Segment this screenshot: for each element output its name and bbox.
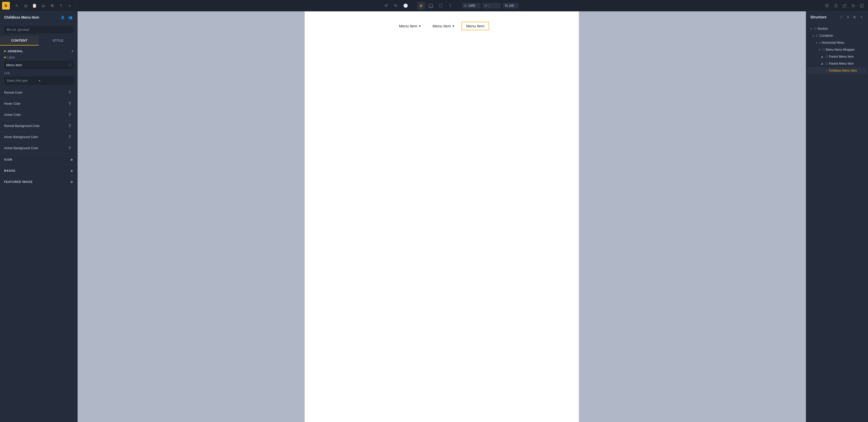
redo-btn[interactable]: ↻ bbox=[392, 2, 400, 9]
svg-rect-2 bbox=[450, 4, 451, 7]
add-tool-btn[interactable]: + bbox=[66, 2, 73, 9]
tree-item-childless[interactable]: ··· Childless Menu Item bbox=[807, 67, 867, 74]
tree-item-container[interactable]: ▾ ☐ Container bbox=[807, 32, 867, 39]
label-input[interactable] bbox=[6, 63, 68, 67]
general-chevron: ▾ bbox=[72, 50, 73, 53]
target-tool-btn[interactable]: ◎ bbox=[22, 2, 30, 9]
hover-bg-color-label: Hover Background Color bbox=[4, 135, 38, 139]
preview-btn[interactable] bbox=[849, 2, 857, 9]
link-field-group: Link Select link type ▾ bbox=[0, 71, 78, 87]
p1-icon: ☐ bbox=[825, 55, 828, 59]
tab-content[interactable]: CONTENT bbox=[0, 36, 39, 45]
miw-label: Menu Items Wrapper bbox=[826, 48, 865, 52]
clipboard-tool-btn[interactable]: 📋 bbox=[31, 2, 38, 9]
miw-chevron: ▾ bbox=[817, 48, 821, 51]
label-field-group: Label ⬡ bbox=[0, 56, 78, 71]
general-dot bbox=[4, 51, 6, 52]
panel-user-icon[interactable]: 👥 bbox=[67, 14, 73, 20]
container-icon: ☐ bbox=[816, 34, 818, 37]
svg-point-5 bbox=[853, 5, 854, 6]
layers-btn[interactable] bbox=[823, 2, 831, 9]
panel-btn[interactable] bbox=[858, 2, 866, 9]
help-tool-btn[interactable]: ? bbox=[57, 2, 65, 9]
section-label: Section bbox=[817, 27, 865, 31]
tab-style[interactable]: STYLE bbox=[39, 36, 78, 45]
menu-item-1-label: Menu Item bbox=[399, 24, 417, 28]
zoom-input[interactable] bbox=[509, 4, 517, 7]
badge-section-row[interactable]: BADGE ▶ bbox=[0, 165, 78, 176]
general-label: GENERAL bbox=[8, 50, 23, 53]
structure-icon-3[interactable]: 🗑 bbox=[852, 14, 857, 20]
hover-bg-color-btn[interactable] bbox=[66, 134, 73, 140]
toolbar-center: ↺ ↻ 🕐 🖥 W H % bbox=[79, 2, 822, 9]
tree-item-parent-2[interactable]: ▶ ☐ Parent Menu Item bbox=[807, 60, 867, 67]
panel-header: Childless Menu Item 👤 👥 bbox=[0, 11, 78, 24]
link-select[interactable]: Select link type ▾ bbox=[4, 76, 73, 85]
active-bg-color-btn[interactable] bbox=[66, 145, 73, 152]
toolbar-right bbox=[823, 2, 866, 9]
undo-btn[interactable]: ↺ bbox=[382, 2, 390, 9]
svg-point-3 bbox=[834, 4, 837, 7]
menu-item-2-label: Menu Item bbox=[433, 24, 451, 28]
external-btn[interactable] bbox=[841, 2, 848, 9]
mobile-btn[interactable] bbox=[447, 2, 455, 9]
p2-label: Parent Menu Item bbox=[829, 62, 865, 65]
structure-icon-2[interactable]: ⬇ bbox=[845, 14, 850, 20]
label-field-text: Label bbox=[7, 56, 15, 59]
svg-point-12 bbox=[69, 147, 70, 148]
svg-point-10 bbox=[69, 125, 70, 125]
history-btn[interactable]: 🕐 bbox=[402, 2, 410, 9]
structure-icon-4[interactable]: ✕ bbox=[859, 14, 864, 20]
active-color-btn[interactable] bbox=[66, 111, 73, 118]
icon-section-row[interactable]: ICON ▶ bbox=[0, 154, 78, 165]
width-label: W bbox=[464, 4, 467, 7]
structure-title: Structure bbox=[810, 15, 826, 19]
hm-chevron: ▾ bbox=[814, 41, 818, 44]
hm-icon: ≡ bbox=[819, 41, 821, 44]
height-label: H bbox=[485, 4, 487, 7]
height-input[interactable] bbox=[488, 4, 499, 7]
hover-color-btn[interactable] bbox=[66, 100, 73, 107]
menu-item-2[interactable]: Menu Item ▼ bbox=[428, 22, 460, 30]
wp-btn[interactable] bbox=[832, 2, 840, 9]
arrow-tool-btn[interactable]: ↖ bbox=[13, 2, 21, 9]
tree-item-section[interactable]: ▾ ☐ Section bbox=[807, 25, 867, 32]
svg-rect-0 bbox=[429, 4, 433, 7]
link-select-arrow: ▾ bbox=[39, 79, 71, 83]
general-section-header[interactable]: GENERAL ▾ bbox=[0, 46, 78, 56]
svg-point-8 bbox=[69, 102, 70, 103]
settings-tool-btn[interactable]: ⚙ bbox=[48, 2, 56, 9]
menu-item-1[interactable]: Menu Item ▼ bbox=[395, 22, 426, 30]
link-select-text: Select link type bbox=[7, 79, 39, 83]
normal-bg-color-label: Normal Background Color bbox=[4, 124, 40, 128]
active-color-row: Active Color bbox=[0, 109, 78, 121]
icon-section-label: ICON bbox=[4, 158, 12, 161]
panel-person-icon[interactable]: 👤 bbox=[60, 14, 65, 20]
icon-section-arrow: ▶ bbox=[71, 158, 73, 161]
normal-color-row: Normal Color bbox=[0, 87, 78, 98]
menu-item-3[interactable]: Menu Item bbox=[461, 22, 489, 30]
cl-icon: ··· bbox=[825, 69, 828, 72]
tree-item-menu-items-wrapper[interactable]: ▾ ☐ Menu Items Wrapper bbox=[807, 46, 867, 53]
normal-bg-color-btn[interactable] bbox=[66, 123, 73, 129]
toolbar-sep-3 bbox=[458, 3, 458, 8]
laptop-btn[interactable] bbox=[427, 2, 435, 9]
tree-item-parent-1[interactable]: ▶ ☐ Parent Menu Item bbox=[807, 53, 867, 60]
width-input[interactable] bbox=[468, 4, 478, 7]
label-field-label: Label bbox=[4, 56, 73, 59]
structure-icon-1[interactable]: ☐ bbox=[838, 14, 844, 20]
normal-bg-color-row: Normal Background Color bbox=[0, 121, 78, 132]
container-label: Container bbox=[819, 34, 865, 37]
svg-line-4 bbox=[844, 4, 846, 6]
folder-tool-btn[interactable]: 🗂 bbox=[39, 2, 47, 9]
normal-color-btn[interactable] bbox=[66, 89, 73, 96]
hover-color-row: Hover Color bbox=[0, 98, 78, 109]
featured-image-section-row[interactable]: FEATURED IMAGE ▶ bbox=[0, 176, 78, 187]
general-section-label-group: GENERAL bbox=[4, 50, 23, 53]
app-logo: b bbox=[2, 2, 10, 9]
tablet-btn[interactable] bbox=[437, 2, 444, 9]
tree-item-horizontal-menu[interactable]: ▾ ≡ Horizontal Menu bbox=[807, 39, 867, 46]
hm-label: Horizontal Menu bbox=[822, 41, 865, 44]
desktop-btn[interactable]: 🖥 bbox=[417, 2, 425, 9]
label-input-row: ⬡ bbox=[4, 61, 73, 69]
